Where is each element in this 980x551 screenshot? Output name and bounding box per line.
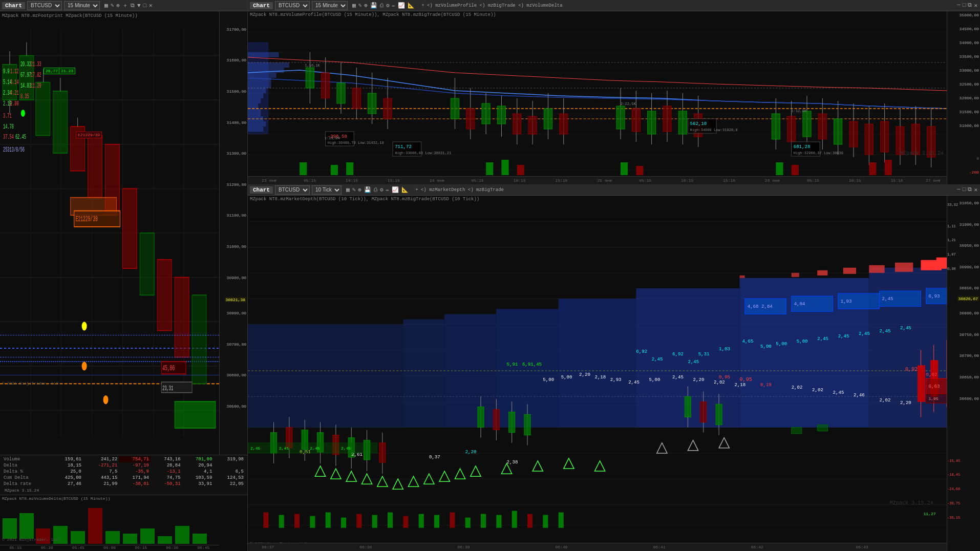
arrow-icon[interactable]: ▼	[137, 2, 141, 9]
rt-minimize-icon[interactable]: ─	[956, 2, 961, 9]
rt-draw2-icon[interactable]: ✏	[392, 2, 396, 9]
svg-rect-144	[663, 106, 671, 132]
close-icon[interactable]: ✕	[148, 2, 153, 9]
svg-rect-358	[559, 513, 564, 528]
rt-draw-icon[interactable]: ✎	[358, 2, 363, 9]
rb-trend-icon[interactable]: 📈	[391, 186, 399, 194]
svg-rect-177	[621, 162, 628, 175]
svg-text:2,45: 2,45	[859, 331, 870, 336]
rb-timeframe-select[interactable]: 10 Tick	[312, 185, 342, 195]
svg-rect-342	[310, 516, 315, 528]
price-30500: 30500,00	[227, 404, 246, 408]
svg-rect-172	[331, 165, 338, 175]
cd-v4: 74,75	[151, 475, 182, 481]
plus-icon[interactable]: ＋	[122, 1, 129, 10]
draw-icon[interactable]: ✎	[110, 2, 115, 9]
svg-text:2,38: 2,38	[507, 459, 518, 465]
rbp-right-111: 1,11	[947, 224, 956, 228]
left-chart-title-bar[interactable]: Chart	[2, 2, 25, 9]
zoom-icon[interactable]: ⊕	[116, 2, 120, 9]
rb-restore-icon[interactable]: ⧉	[967, 186, 972, 194]
left-chart-subtitle: MZpack NT8.mzFootprint MZpack(BTCUSD (15…	[2, 13, 138, 18]
rb-save-icon[interactable]: 💾	[364, 186, 372, 194]
rtp-34000: 34000,00	[960, 40, 979, 45]
right-top-symbol-select[interactable]: BTCUSD	[275, 1, 310, 10]
rb-bar-chart-icon[interactable]: ▦	[346, 186, 350, 194]
bar-chart-icon[interactable]: ▦	[104, 2, 109, 9]
svg-rect-350	[434, 515, 439, 528]
svg-rect-98	[248, 93, 263, 98]
rb-draw-icon[interactable]: ✎	[352, 186, 356, 194]
svg-rect-96	[248, 78, 271, 88]
rt-print-icon[interactable]: ⎙	[379, 2, 384, 9]
delta-v2: -271,21	[83, 462, 119, 469]
cd-v5: 103,59	[182, 475, 214, 481]
rbp-30850: 30850,00	[960, 286, 979, 290]
svg-text:2,45: 2,45	[833, 390, 844, 395]
right-top-timeframe-select[interactable]: 15 Minute	[312, 1, 348, 10]
price-31400: 31400,00	[227, 120, 246, 124]
svg-rect-22	[53, 91, 68, 153]
rb-draw2-icon[interactable]: ✏	[386, 186, 390, 194]
right-bottom-chart-main: MZpack NT8.mzMarketDepth(BTCUSD (10 Tick…	[248, 196, 947, 551]
right-bottom-panel: Chart BTCUSD 10 Tick ▦ ✎ ⊕ 💾 ⎙ ⚙ ✏ 📈 📐	[248, 184, 980, 551]
svg-rect-154	[803, 111, 811, 137]
svg-rect-346	[372, 515, 377, 528]
rt-maximize-icon[interactable]: □	[962, 2, 967, 9]
svg-rect-181	[869, 162, 876, 175]
svg-rect-134	[544, 109, 552, 129]
rb-time-0639: 06:39	[458, 545, 470, 549]
rt-zoom-icon[interactable]: ⊕	[364, 2, 368, 9]
svg-rect-116	[352, 88, 360, 109]
rb-minimize-icon[interactable]: ─	[956, 186, 961, 194]
svg-rect-79	[158, 536, 172, 544]
rtp-33000: 33000,00	[960, 68, 979, 72]
svg-text:37.54: 37.54	[3, 134, 14, 141]
left-symbol-select[interactable]: BTCUSD	[27, 1, 62, 10]
svg-text:2,20: 2,20	[693, 377, 705, 383]
rb-zoom-icon[interactable]: ⊕	[357, 186, 362, 194]
svg-rect-103	[248, 121, 266, 126]
svg-text:4.21: 4.21	[10, 90, 19, 96]
svg-rect-179	[776, 162, 783, 175]
rt-restore-icon[interactable]: ⧉	[967, 2, 972, 9]
right-top-title-bar[interactable]: Chart	[250, 2, 273, 9]
svg-rect-101	[248, 109, 261, 116]
left-price-sidebar: 31700,00 31600,00 31500,00 31400,00 3130…	[219, 11, 247, 455]
svg-text:2:22,5K: 2:22,5K	[621, 102, 636, 106]
left-panel: Chart BTCUSD 15 Minute ▦ ✎ ⊕ ＋ ⧉ ▼ □ ✕	[0, 0, 248, 551]
svg-rect-118	[368, 93, 376, 114]
rbp-31050: 31050,00	[960, 200, 979, 205]
rb-print-icon[interactable]: ⎙	[373, 186, 378, 194]
rb-maximize-icon[interactable]: □	[962, 186, 967, 194]
rt-trend-icon[interactable]: 📈	[397, 2, 406, 9]
cd-v2: 443,15	[83, 475, 119, 481]
price-31300: 31300,00	[227, 151, 246, 156]
svg-text:3.71: 3.71	[3, 113, 12, 119]
svg-rect-260	[700, 401, 707, 422]
dr-v4: -50,31	[151, 481, 182, 487]
svg-rect-223	[740, 276, 745, 278]
rt-save-icon[interactable]: 💾	[370, 2, 378, 9]
rb-close-icon[interactable]: ✕	[973, 186, 978, 194]
svg-rect-152	[787, 116, 796, 142]
rb-title-bar[interactable]: Chart	[250, 186, 273, 194]
rb-symbol-select[interactable]: BTCUSD	[275, 185, 310, 195]
left-timeframe-select[interactable]: 15 Minute	[64, 1, 100, 10]
rt-close-icon[interactable]: ✕	[973, 2, 978, 9]
svg-rect-262	[716, 404, 722, 425]
svg-text:1,93: 1,93	[841, 299, 852, 304]
svg-point-37	[21, 110, 25, 117]
rt-ruler-icon[interactable]: 📐	[407, 2, 415, 9]
rt-settings-icon[interactable]: ⚙	[386, 2, 390, 9]
svg-rect-28	[157, 260, 172, 331]
stats-row-delta: Delta 18,15 -271,21 -97,19 28,84 20,94	[2, 462, 245, 469]
svg-text:2,45: 2,45	[880, 328, 891, 334]
copy-icon[interactable]: ⧉	[130, 2, 135, 9]
svg-rect-160	[849, 121, 858, 147]
rb-ruler-icon[interactable]: 📐	[401, 186, 409, 194]
svg-rect-128	[497, 106, 505, 124]
rb-settings-icon[interactable]: ⚙	[379, 186, 384, 194]
minimize-icon[interactable]: □	[143, 2, 147, 9]
rt-bar-chart-icon[interactable]: ▦	[352, 2, 356, 9]
